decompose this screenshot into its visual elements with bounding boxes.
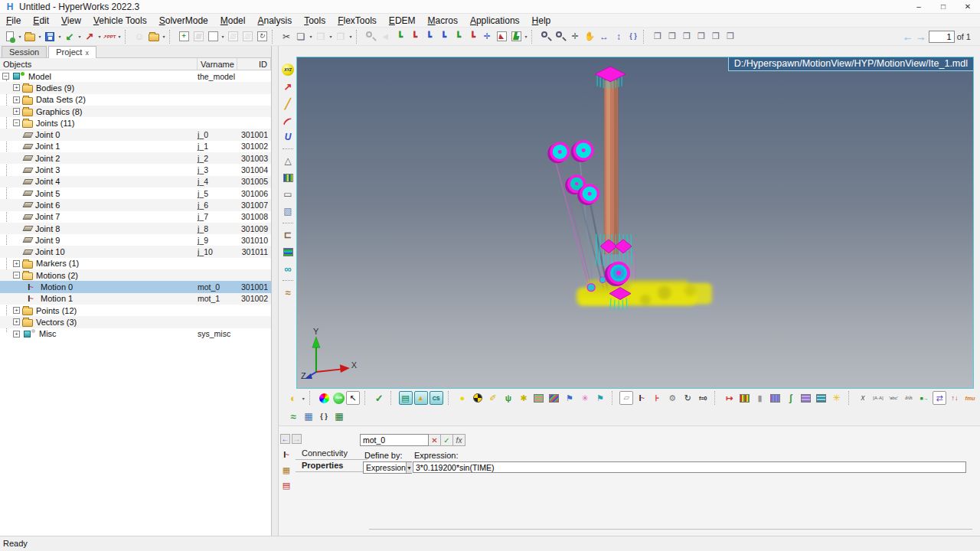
view-yx-icon[interactable]: ┗ bbox=[407, 30, 421, 44]
swap-windows-icon[interactable]: ↻ bbox=[255, 30, 269, 44]
pan-view-icon[interactable]: ✋ bbox=[583, 30, 596, 44]
contact-icon[interactable] bbox=[815, 391, 828, 405]
string-icon[interactable]: 'abc' bbox=[887, 391, 900, 405]
import-warning-icon[interactable]: ▲ bbox=[414, 391, 428, 405]
graphic-entity-icon[interactable] bbox=[547, 391, 561, 405]
capture-window-icon[interactable]: ❒ bbox=[680, 30, 694, 44]
save-image-icon[interactable]: ❒ bbox=[724, 30, 737, 44]
rotate-body-icon[interactable]: ↻ bbox=[681, 391, 694, 405]
view-zy-icon[interactable]: ┗ bbox=[466, 30, 479, 44]
expression-input[interactable] bbox=[413, 461, 966, 473]
3d-viewport[interactable]: Y X Z D:/Hyperspawn/MotionView/HYP/Motio… bbox=[296, 57, 974, 389]
menu-flextools[interactable]: FlexTools bbox=[332, 15, 383, 27]
body-entity-icon[interactable] bbox=[471, 391, 485, 405]
vector-entity-icon[interactable]: ↗ bbox=[281, 80, 295, 93]
run-solver-icon[interactable]: RUN bbox=[333, 393, 345, 404]
tree-expander-icon[interactable]: − bbox=[13, 272, 20, 279]
capture-image-icon[interactable]: ❒ bbox=[651, 30, 665, 44]
tree-row-joint-9[interactable]: Joint 9j_9301010 bbox=[0, 234, 271, 246]
line-entity-icon[interactable]: ╱ bbox=[281, 96, 295, 110]
scripting-icon[interactable]: x bbox=[856, 391, 870, 405]
center-view-icon[interactable]: ✛ bbox=[568, 30, 582, 44]
open-session-icon-dropdown[interactable]: ▾ bbox=[38, 34, 42, 39]
gear-tool-icon[interactable]: ⚙ bbox=[665, 391, 679, 405]
tree-expander-icon[interactable]: − bbox=[13, 119, 20, 126]
zoom-tool-icon[interactable] bbox=[364, 30, 377, 44]
cylinder-gray-icon[interactable]: ▮ bbox=[753, 391, 767, 405]
table-icon[interactable]: ▦ bbox=[332, 409, 346, 423]
zoom-in-icon[interactable] bbox=[539, 30, 553, 44]
add-page-icon[interactable]: + bbox=[177, 30, 191, 44]
flexbody-entity-icon[interactable]: ⚑ bbox=[563, 391, 577, 405]
menu-tools[interactable]: Tools bbox=[298, 15, 332, 27]
menu-analysis[interactable]: Analysis bbox=[251, 15, 298, 27]
surface-entity-icon[interactable] bbox=[532, 391, 546, 405]
define-by-dropdown[interactable]: Expression ▼ bbox=[363, 461, 412, 474]
sort-bars-icon[interactable]: ↑↓ bbox=[948, 391, 962, 405]
layout-two-icon[interactable]: ▥ bbox=[226, 30, 240, 44]
new-session-icon-dropdown[interactable]: ▾ bbox=[18, 34, 22, 39]
tree-expander-icon[interactable]: + bbox=[13, 260, 20, 267]
paste-special-icon[interactable]: ❐ bbox=[334, 30, 348, 44]
expression-builder-button[interactable]: fx bbox=[453, 434, 466, 446]
export-ppt-icon[interactable]: ↗PPT bbox=[103, 30, 116, 44]
tree-expander-icon[interactable]: + bbox=[13, 331, 20, 337]
panel-notes-icon[interactable]: ▤ bbox=[279, 478, 293, 492]
stereo-glasses-icon[interactable]: ∞ bbox=[281, 262, 295, 276]
motion-tool-icon[interactable]: I~ bbox=[635, 391, 648, 405]
vector-output-icon[interactable]: ↦ bbox=[723, 391, 737, 405]
shaded-view-icon-dropdown[interactable]: ▾ bbox=[302, 396, 305, 401]
menu-view[interactable]: View bbox=[55, 15, 87, 27]
tree-row-joint-7[interactable]: Joint 7j_7301008 bbox=[0, 211, 271, 223]
close-button[interactable]: ✕ bbox=[956, 0, 980, 14]
minimize-button[interactable]: – bbox=[906, 0, 931, 14]
menu-vehicle-tools[interactable]: Vehicle Tools bbox=[87, 15, 153, 27]
panel-table-icon[interactable]: ▦ bbox=[279, 463, 293, 477]
fit-width-icon[interactable]: ↔ bbox=[597, 30, 611, 44]
tree-row-joint-1[interactable]: Joint 1j_1301002 bbox=[0, 141, 271, 152]
column-objects[interactable]: Objects bbox=[0, 58, 198, 70]
output-entity-icon[interactable]: ⚑ bbox=[593, 391, 607, 405]
projector-screen-icon[interactable]: ▭ bbox=[281, 187, 295, 201]
spring-damper-icon[interactable]: ʃ bbox=[784, 391, 798, 405]
templex-braces-icon[interactable]: { } bbox=[317, 409, 331, 423]
view-xz-icon[interactable]: ┗ bbox=[422, 30, 436, 44]
shaded-view-icon[interactable]: ◐ bbox=[286, 391, 300, 405]
paste-special-icon-dropdown[interactable]: ▾ bbox=[348, 34, 353, 39]
tree-row-joint-4[interactable]: Joint 4j_4301005 bbox=[0, 176, 271, 187]
menu-edit[interactable]: Edit bbox=[27, 15, 55, 27]
panel-splitter[interactable] bbox=[272, 46, 279, 536]
organize-library-icon[interactable] bbox=[147, 30, 161, 44]
menu-solvermode[interactable]: SolverMode bbox=[153, 15, 214, 27]
tree-row-bodies-9-[interactable]: +Bodies (9) bbox=[0, 82, 271, 93]
tree-row-graphics-8-[interactable]: +Graphics (8) bbox=[0, 106, 271, 117]
previous-page-button[interactable]: ← bbox=[903, 31, 913, 43]
cut-icon[interactable]: ✂ bbox=[279, 30, 293, 44]
point-entity-icon[interactable]: ● bbox=[456, 391, 469, 405]
tree-expander-icon[interactable]: + bbox=[13, 84, 20, 91]
trace-brush-icon[interactable]: ≈ bbox=[281, 285, 295, 299]
view-iso-icon[interactable]: ✛ bbox=[480, 30, 494, 44]
tree-expander-icon[interactable]: + bbox=[13, 96, 20, 103]
user-profile-icon[interactable]: ☺ bbox=[132, 30, 146, 44]
sheet-picker-icon[interactable]: ▦ bbox=[302, 409, 315, 423]
solver-export-icon[interactable]: ■→ bbox=[917, 391, 931, 405]
copy-icon-dropdown[interactable]: ▾ bbox=[309, 34, 313, 39]
menu-edem[interactable]: EDEM bbox=[383, 15, 422, 27]
zoom-dynamic-icon[interactable] bbox=[554, 30, 567, 44]
tree-expander-icon[interactable]: − bbox=[2, 73, 9, 80]
xyz-coords-icon[interactable]: XYZ bbox=[281, 63, 295, 77]
deformed-shape-icon[interactable] bbox=[281, 245, 295, 259]
joint-entity-icon[interactable]: ψ bbox=[501, 391, 515, 405]
curve-entity-icon[interactable]: ( bbox=[278, 110, 297, 129]
cs-panel-icon[interactable]: CS bbox=[430, 391, 443, 405]
chevron-down-icon[interactable]: ▼ bbox=[406, 462, 412, 473]
paste-icon-dropdown[interactable]: ▾ bbox=[328, 34, 333, 39]
chart-bars-icon[interactable] bbox=[281, 171, 295, 184]
tree-row-vectors-3-[interactable]: +Vectors (3) bbox=[0, 316, 271, 328]
collision-icon[interactable]: ✳ bbox=[830, 391, 844, 405]
page-transfer-icon[interactable]: ⇄ bbox=[933, 391, 946, 405]
menu-model[interactable]: Model bbox=[214, 15, 252, 27]
tab-close-icon[interactable]: x bbox=[85, 49, 89, 57]
icon[interactable]: I~ bbox=[24, 292, 38, 305]
